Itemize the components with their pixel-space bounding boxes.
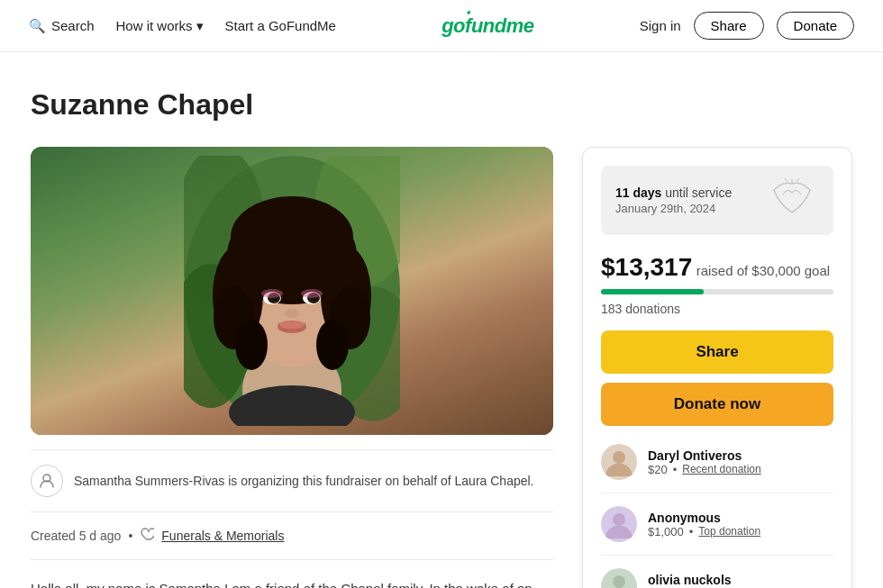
svg-point-27: [279, 321, 305, 329]
donors-list: Daryl Ontiveros $20 • Recent donation: [601, 444, 833, 588]
page-title: Suzanne Chapel: [31, 88, 852, 122]
svg-point-25: [285, 309, 299, 318]
start-gofundme-link[interactable]: Start a GoFundMe: [225, 18, 336, 33]
search-label: Search: [51, 18, 95, 33]
progress-bar-fill: [601, 289, 704, 294]
days-info: 11 days until service January 29th, 2024: [615, 185, 732, 215]
campaign-image: [31, 147, 553, 435]
donor-dot-2: •: [689, 525, 694, 538]
donor-item-2: Anonymous $1,000 • Top donation: [601, 506, 833, 542]
donor-divider-2: [601, 555, 833, 556]
content-grid: Samantha Summers-Rivas is organizing thi…: [31, 147, 852, 588]
donor-item: Daryl Ontiveros $20 • Recent donation: [601, 444, 833, 480]
amount-goal: raised of $30,000 goal: [696, 263, 830, 278]
donor-amount-1: $20: [648, 463, 668, 476]
svg-point-16: [316, 320, 349, 370]
how-it-works-button[interactable]: How it works ▾: [116, 18, 204, 34]
donations-count: 183 donations: [601, 302, 833, 316]
svg-line-31: [797, 178, 799, 182]
logo[interactable]: gof✦undme: [442, 14, 533, 38]
donor-item-3: olivia nuckols $20 • First donation: [601, 568, 833, 588]
days-count: 11 days: [615, 185, 661, 200]
organizer-avatar-icon: [31, 465, 63, 497]
svg-point-35: [613, 513, 625, 526]
nav-donate-button[interactable]: Donate: [777, 12, 854, 40]
campaign-image-bg: [31, 147, 553, 435]
days-text: 11 days until service: [615, 185, 732, 200]
donor-name-1: Daryl Ontiveros: [648, 448, 761, 463]
donate-now-button[interactable]: Donate now: [601, 383, 833, 426]
svg-point-23: [261, 289, 283, 298]
donor-dot-1: •: [673, 463, 678, 476]
person-icon: [38, 472, 56, 490]
left-column: Samantha Summers-Rivas is organizing thi…: [31, 147, 553, 588]
navbar: 🔍 Search How it works ▾ Start a GoFundMe…: [0, 0, 883, 52]
amount-raised: $13,317: [601, 253, 692, 281]
share-button[interactable]: Share: [601, 330, 833, 374]
nav-left: 🔍 Search How it works ▾ Start a GoFundMe: [29, 18, 336, 34]
right-column: 11 days until service January 29th, 2024: [582, 147, 852, 588]
donor-info-2: Anonymous $1,000 • Top donation: [648, 511, 760, 538]
heart-icon: [140, 527, 154, 545]
progress-bar-background: [601, 289, 833, 294]
donor-avatar-2: [601, 506, 637, 542]
created-text: Created 5 d ago: [31, 529, 121, 543]
donor-info-3: olivia nuckols $20 • First donation: [648, 573, 748, 589]
signin-button[interactable]: Sign in: [640, 18, 681, 33]
days-banner: 11 days until service January 29th, 2024: [601, 166, 833, 235]
svg-point-15: [235, 320, 268, 370]
donor-amount-2: $1,000: [648, 525, 684, 538]
divider: [31, 559, 553, 560]
how-label: How it works: [116, 18, 193, 33]
organizer-row: Samantha Summers-Rivas is organizing thi…: [31, 449, 553, 512]
svg-line-30: [785, 178, 787, 182]
donor-name-3: olivia nuckols: [648, 573, 748, 587]
amount-display: $13,317 raised of $30,000 goal: [601, 253, 833, 282]
memorial-icon: [765, 176, 819, 224]
logo-text: gof✦undme: [442, 14, 533, 38]
campaign-card: 11 days until service January 29th, 2024: [582, 147, 852, 588]
nav-share-button[interactable]: Share: [694, 12, 764, 40]
svg-point-33: [613, 451, 625, 464]
svg-point-24: [301, 289, 323, 298]
donor-avatar-3: [601, 568, 637, 588]
organizer-text: Samantha Summers-Rivas is organizing thi…: [74, 474, 534, 488]
search-icon: 🔍: [29, 18, 46, 34]
category-link[interactable]: Funerals & Memorials: [161, 529, 284, 543]
until-text: until service: [665, 185, 732, 200]
meta-row: Created 5 d ago • Funerals & Memorials: [31, 527, 553, 545]
donor-badge-2[interactable]: Top donation: [698, 525, 760, 538]
donor-name-2: Anonymous: [648, 511, 760, 525]
portrait-svg: [184, 156, 400, 426]
days-date: January 29th, 2024: [615, 202, 732, 215]
donor-avatar-1: [601, 444, 637, 480]
donor-detail-2: $1,000 • Top donation: [648, 525, 760, 538]
description-text: Hello all, my name is Samantha I am a fr…: [31, 578, 553, 588]
svg-point-37: [613, 575, 625, 588]
donor-badge-1[interactable]: Recent donation: [682, 463, 760, 475]
search-button[interactable]: 🔍 Search: [29, 18, 95, 34]
donor-detail-1: $20 • Recent donation: [648, 463, 761, 476]
meta-dot: •: [128, 529, 132, 543]
chevron-down-icon: ▾: [196, 18, 204, 34]
donor-info-1: Daryl Ontiveros $20 • Recent donation: [648, 448, 761, 476]
donor-divider-1: [601, 493, 833, 493]
svg-point-12: [231, 196, 353, 277]
nav-right: Sign in Share Donate: [640, 12, 854, 40]
main-content: Suzanne Chapel: [9, 52, 874, 588]
